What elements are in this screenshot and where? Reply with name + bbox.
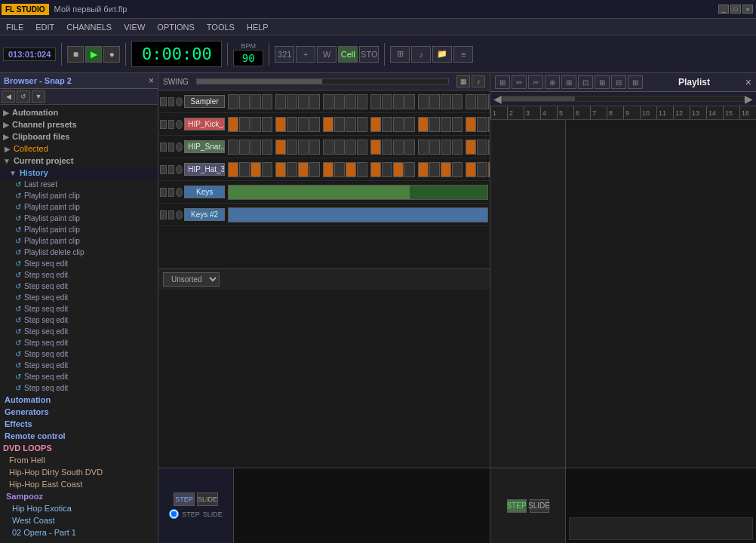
browser-history-playlist-delete[interactable]: ↺Playlist delete clip bbox=[0, 247, 158, 258]
pad-pads-snare-20[interactable] bbox=[466, 140, 476, 155]
seq-name-sampler[interactable]: Sampler bbox=[184, 95, 225, 108]
pad-pads-snare-14[interactable] bbox=[393, 140, 404, 155]
seq-name-kick[interactable]: HIP_Kick_2 bbox=[184, 118, 225, 130]
pad-pads-kick-0[interactable] bbox=[228, 117, 238, 132]
pad-pads-kick-18[interactable] bbox=[441, 117, 451, 132]
play-button[interactable]: ▶ bbox=[85, 46, 102, 63]
pad-pads-hihat-21[interactable] bbox=[477, 162, 487, 177]
pad-pads-snare-3[interactable] bbox=[262, 140, 272, 155]
playlist-scrollbar[interactable] bbox=[502, 96, 745, 102]
pad-pads-snare-6[interactable] bbox=[298, 140, 309, 155]
pad-pads-kick-19[interactable] bbox=[452, 117, 463, 132]
browser-history-step-5[interactable]: ↺Step seq edit bbox=[0, 303, 158, 314]
pl-tool-4[interactable]: ⊕ bbox=[545, 75, 560, 89]
pad-pads-kick-5[interactable] bbox=[287, 117, 297, 132]
pad-pads-hihat-4[interactable] bbox=[275, 162, 286, 177]
seq-piano-button[interactable]: ♪ bbox=[472, 75, 485, 87]
maximize-button[interactable]: □ bbox=[730, 5, 741, 14]
browser-history-step-3[interactable]: ↺Step seq edit bbox=[0, 281, 158, 292]
playlist-next-button[interactable]: ▶ bbox=[745, 93, 753, 105]
pad-pads-kick-22[interactable] bbox=[488, 117, 490, 132]
menu-tools[interactable]: TOOLS bbox=[201, 21, 241, 33]
browser-history-playlist-paint-1[interactable]: ↺Playlist paint clip bbox=[0, 190, 158, 201]
pad-pads-sampler-2[interactable] bbox=[250, 94, 261, 109]
browser-history-step-9[interactable]: ↺Step seq edit bbox=[0, 348, 158, 360]
record-button[interactable]: ● bbox=[103, 46, 120, 63]
seq-name-snare[interactable]: HIP_Snar... bbox=[184, 140, 225, 153]
seq-keys-display[interactable] bbox=[228, 185, 488, 200]
browser-button[interactable]: 📁 bbox=[432, 46, 452, 63]
pad-pads-sampler-3[interactable] bbox=[262, 94, 272, 109]
seq-mute-keys[interactable] bbox=[160, 188, 167, 197]
browser-back-button[interactable]: ◀ bbox=[2, 90, 15, 103]
browser-sampooz-opera[interactable]: 02 Opera - Part 1 bbox=[0, 526, 158, 538]
playlist-grid[interactable] bbox=[566, 120, 756, 468]
seq-vol-sampler[interactable] bbox=[176, 97, 183, 106]
pad-pads-hihat-20[interactable] bbox=[466, 162, 476, 177]
pad-pads-sampler-8[interactable] bbox=[323, 94, 333, 109]
mix-slide-button[interactable]: SLIDE bbox=[530, 499, 549, 513]
seq-solo-kick[interactable] bbox=[168, 120, 175, 129]
pad-pads-kick-1[interactable] bbox=[239, 117, 250, 132]
seq-vol-snare[interactable] bbox=[176, 143, 183, 152]
browser-history-playlist-paint-3[interactable]: ↺Playlist paint clip bbox=[0, 213, 158, 224]
pad-pads-sampler-13[interactable] bbox=[382, 94, 392, 109]
pad-pads-kick-6[interactable] bbox=[298, 117, 309, 132]
pad-pads-hihat-12[interactable] bbox=[370, 162, 381, 177]
pad-pads-snare-4[interactable] bbox=[275, 140, 286, 155]
browser-dvd-from-hell[interactable]: From Hell bbox=[0, 454, 158, 466]
pad-pads-sampler-16[interactable] bbox=[418, 94, 429, 109]
pad-pads-kick-20[interactable] bbox=[466, 117, 476, 132]
pad-pads-sampler-9[interactable] bbox=[334, 94, 345, 109]
pad-pads-sampler-11[interactable] bbox=[357, 94, 367, 109]
seq-vol-keys2[interactable] bbox=[176, 210, 183, 219]
slide-button[interactable]: SLIDE bbox=[197, 492, 218, 506]
pad-pads-snare-11[interactable] bbox=[357, 140, 367, 155]
pad-pads-sampler-10[interactable] bbox=[346, 94, 356, 109]
pad-pads-hihat-3[interactable] bbox=[262, 162, 272, 177]
seq-name-keys2[interactable]: Keys #2 bbox=[184, 208, 225, 221]
pl-tool-6[interactable]: ⊡ bbox=[578, 75, 593, 89]
mode-plus-button[interactable]: + bbox=[296, 46, 315, 63]
pad-pads-kick-17[interactable] bbox=[429, 117, 440, 132]
seq-vol-hihat[interactable] bbox=[176, 165, 183, 174]
playlist-close-button[interactable]: × bbox=[745, 76, 751, 88]
pad-pads-snare-12[interactable] bbox=[370, 140, 381, 155]
browser-item-automation2[interactable]: Automation bbox=[0, 394, 158, 406]
browser-history-playlist-paint-4[interactable]: ↺Playlist paint clip bbox=[0, 224, 158, 235]
pad-pads-snare-0[interactable] bbox=[228, 140, 238, 155]
step-radio-input[interactable] bbox=[169, 509, 179, 519]
browser-history-step-10[interactable]: ↺Step seq edit bbox=[0, 360, 158, 371]
menu-help[interactable]: HELP bbox=[241, 21, 275, 33]
seq-solo-hihat[interactable] bbox=[168, 165, 175, 174]
pad-pads-kick-9[interactable] bbox=[334, 117, 345, 132]
step-button[interactable]: STEP bbox=[174, 492, 195, 506]
pad-pads-snare-17[interactable] bbox=[429, 140, 440, 155]
pad-pads-sampler-22[interactable] bbox=[488, 94, 490, 109]
seq-mute-keys2[interactable] bbox=[160, 210, 167, 219]
seq-name-hihat[interactable]: HIP_Hat_3 bbox=[184, 163, 225, 176]
seq-mute-kick[interactable] bbox=[160, 120, 167, 129]
seq-vol-keys[interactable] bbox=[176, 188, 183, 197]
browser-item-generators[interactable]: Generators bbox=[0, 406, 158, 418]
browser-dvd-hip-hop-dirty[interactable]: Hip-Hop Dirty South DVD bbox=[0, 466, 158, 478]
pad-pads-hihat-18[interactable] bbox=[441, 162, 451, 177]
menu-file[interactable]: FILE bbox=[0, 21, 29, 33]
browser-history-step-7[interactable]: ↺Step seq edit bbox=[0, 326, 158, 337]
pad-pads-sampler-20[interactable] bbox=[466, 94, 476, 109]
browser-item-remote[interactable]: Remote control bbox=[0, 430, 158, 442]
menu-options[interactable]: OPTIONS bbox=[151, 21, 201, 33]
pad-pads-sampler-1[interactable] bbox=[239, 94, 250, 109]
browser-item-sampooz[interactable]: Sampooz bbox=[0, 490, 158, 502]
pad-pads-sampler-17[interactable] bbox=[429, 94, 440, 109]
browser-sampooz-exotica[interactable]: Hip Hop Exotica bbox=[0, 502, 158, 514]
browser-history-step-12[interactable]: ↺Step seq edit bbox=[0, 382, 158, 394]
minimize-button[interactable]: _ bbox=[718, 5, 729, 14]
pad-pads-snare-7[interactable] bbox=[309, 140, 320, 155]
seq-keys2-display[interactable] bbox=[228, 207, 488, 222]
seq-solo-sampler[interactable] bbox=[168, 97, 175, 106]
pad-pads-snare-9[interactable] bbox=[334, 140, 345, 155]
browser-history-step-2[interactable]: ↺Step seq edit bbox=[0, 269, 158, 281]
pad-pads-snare-8[interactable] bbox=[323, 140, 333, 155]
piano-button[interactable]: ♪ bbox=[411, 46, 431, 63]
